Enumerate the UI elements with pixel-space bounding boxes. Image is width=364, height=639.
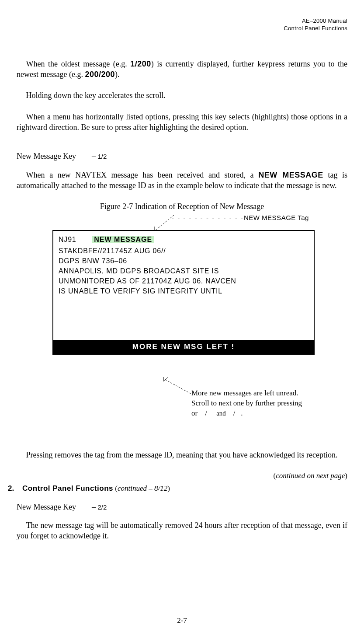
new-message-tag: NEW MESSAGE [92,236,154,243]
svg-line-0 [156,215,174,230]
p1-code-1: 1/200 [130,59,151,68]
display-content: NJ91 NEW MESSAGE STAKDBFE//211745Z AUG 0… [53,231,314,340]
continued-on-next-page: (continued on next page) [17,471,347,481]
more-messages-callout: More new messages are left unread. Scrol… [191,388,344,419]
section-new-message-key-2: New Message Key – 2/2 [17,502,347,512]
figure-2-7: - - - - - - - - - - - - -NEW MESSAGE Tag… [17,213,347,415]
more-callout-line-2: Scroll to next one by further pressing [191,398,344,409]
mc3e: . [241,409,243,417]
paragraph-1: When the oldest message (e.g. 1/200) is … [17,59,347,80]
svg-line-1 [165,380,192,395]
display-line-1: STAKDBFE//211745Z AUG 06// [59,246,309,256]
paragraph-5: Pressing removes the tag from the messag… [17,450,347,460]
p4-bold: NEW MESSAGE [258,171,323,179]
section1-label: New Message Key [17,152,76,161]
figure-caption: Figure 2-7 Indication of Reception of Ne… [17,201,347,212]
display-line-5: IS UNABLE TO VERIFY SIG INTEGRITY UNTIL [59,286,309,296]
header-line-1: AE–2000 Manual [17,17,347,25]
callout-text: NEW MESSAGE Tag [244,214,309,221]
p4-text-a: When a new NAVTEX message has been recei… [26,171,259,179]
p1-text-a: When the oldest message (e.g. [26,59,131,68]
display-line-4: UNMONITORED AS OF 211704Z AUG 06. NAVCEN [59,276,309,286]
message-id: NJ91 [59,236,76,243]
page-number: 2-7 [0,616,364,626]
cont-a: ( [113,484,118,492]
mc3a: or [191,409,198,417]
paragraph-6: The new message tag will be automaticall… [17,520,347,541]
mc3c: and [216,410,226,417]
more-callout-line-1: More new messages are left unread. [191,388,344,398]
section-name: Control Panel Functions [22,484,113,492]
section1-fraction: 1/2 [97,153,107,160]
page-header: AE–2000 Manual Control Panel Functions [17,17,347,32]
paragraph-4: When a new NAVTEX message has been recei… [17,170,347,191]
header-line-2: Control Panel Functions [17,25,347,32]
section-number: 2. [8,484,14,492]
section2-fraction: 2/2 [97,503,107,511]
p1-code-2: 200/200 [85,70,115,79]
callout-dashes: - - - - - - - - - - - - - [172,214,244,221]
section2-dash: – [92,503,96,511]
section1-dash: – [92,152,96,161]
display-line-2: DGPS BNW 736–06 [59,256,309,266]
callout-arrow-top-icon [152,214,178,232]
section-new-message-key-1: New Message Key – 1/2 [17,151,347,161]
display-id-line: NJ91 NEW MESSAGE [59,234,309,244]
more-new-msg-bar: MORE NEW MSG LEFT ! [53,340,314,354]
cont-c: ) [167,484,170,492]
mc3d: / [233,409,236,417]
contright-c: ) [345,471,347,480]
section-cont: (continued – 8/12) [113,484,170,492]
paragraph-2: Holding down the key accelerates the scr… [17,90,347,101]
contright-b: continued on next page [276,471,345,480]
section-2-title: 2. Control Panel Functions (continued – … [8,484,347,494]
section2-label: New Message Key [17,503,76,511]
paragraph-3: When a menu has horizontally listed opti… [17,112,347,133]
p1-text-e: ). [115,70,120,79]
display-line-3: ANNAPOLIS, MD DGPS BROADCAST SITE IS [59,266,309,276]
cont-b: continued – 8/12 [118,484,167,492]
new-message-tag-callout: - - - - - - - - - - - - -NEW MESSAGE Tag [172,213,309,222]
mc3b: / [205,409,207,417]
more-callout-line-3: or / and / . [191,409,344,419]
navtex-display-box: NJ91 NEW MESSAGE STAKDBFE//211745Z AUG 0… [52,230,315,354]
